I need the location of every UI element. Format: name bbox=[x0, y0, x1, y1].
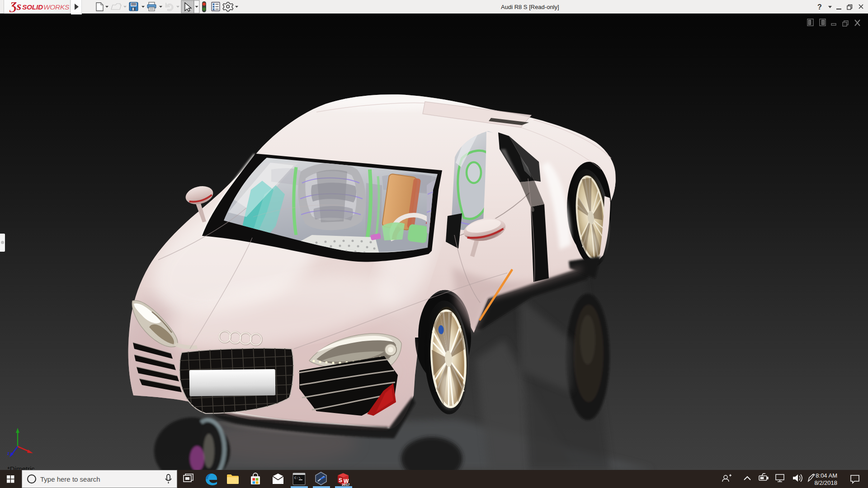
svg-text:2017: 2017 bbox=[342, 483, 350, 487]
svg-text:C:\: C:\ bbox=[294, 476, 301, 480]
svg-text:?: ? bbox=[817, 3, 822, 11]
svg-text:8/2/2018: 8/2/2018 bbox=[814, 479, 837, 486]
svg-text:8:04 AM: 8:04 AM bbox=[816, 472, 837, 479]
svg-text:Type here to search: Type here to search bbox=[40, 475, 100, 483]
